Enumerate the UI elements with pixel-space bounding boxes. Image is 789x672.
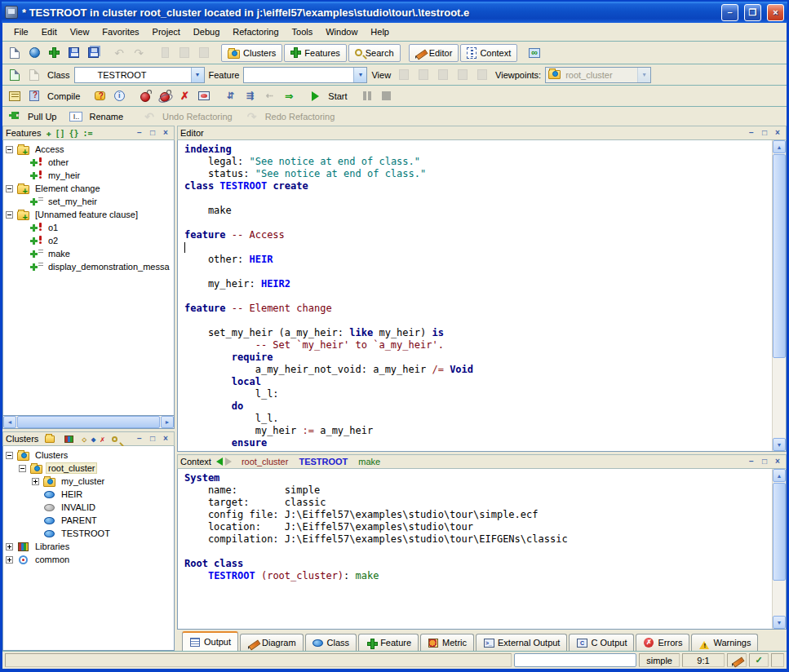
tab-errors[interactable]: ✗Errors	[636, 634, 689, 651]
menu-item-edit[interactable]: Edit	[35, 24, 64, 39]
context-scroll-up-icon[interactable]: ▲	[773, 469, 786, 482]
tree-item-o1[interactable]: o1	[6, 221, 174, 234]
search-tool-button[interactable]: Search	[348, 44, 401, 62]
tab-external-output[interactable]: >_External Output	[476, 634, 567, 651]
rename-icon[interactable]: I..	[67, 108, 85, 126]
context-tool-button[interactable]: Context	[460, 44, 517, 62]
open-icon[interactable]	[25, 44, 43, 62]
status-search-input[interactable]	[514, 653, 636, 667]
editor-body[interactable]: indexing legal: "See notice at end of cl…	[177, 140, 787, 452]
clusters-minimize-icon[interactable]: −	[134, 434, 145, 444]
context-scroll-down-icon[interactable]: ▼	[773, 616, 786, 629]
status-edit-mode-cell[interactable]	[727, 653, 747, 667]
debug-stop-icon[interactable]: ✗	[175, 87, 193, 105]
start-label[interactable]: Start	[326, 91, 349, 101]
tree-item-invalid[interactable]: INVALID	[6, 501, 174, 514]
scroll-right-icon[interactable]: ►	[161, 416, 174, 428]
collapse-icon[interactable]	[6, 452, 13, 459]
features-tool-button[interactable]: Features	[284, 44, 346, 62]
maximize-button[interactable]: ❐	[744, 4, 761, 21]
context-maximize-icon[interactable]: □	[759, 457, 770, 467]
context-close-icon[interactable]: ×	[772, 457, 783, 467]
history-back-icon[interactable]	[6, 66, 24, 84]
features-close-icon[interactable]: ×	[160, 128, 171, 139]
editor-maximize-icon[interactable]: □	[759, 128, 770, 139]
menu-item-window[interactable]: Window	[319, 24, 364, 39]
tree-item-other[interactable]: other	[6, 156, 174, 169]
menu-item-tools[interactable]: Tools	[286, 24, 320, 39]
collapse-icon[interactable]	[6, 146, 13, 153]
step-over-icon[interactable]: ⇶	[241, 87, 259, 105]
tree-item-testroot[interactable]: TESTROOT	[6, 527, 174, 540]
debug-run-params-icon[interactable]	[156, 87, 174, 105]
compile-label[interactable]: Compile	[45, 91, 82, 101]
scroll-left-icon[interactable]: ◄	[3, 416, 16, 428]
compile-icon[interactable]	[25, 87, 43, 105]
tab-c-output[interactable]: CC Output	[569, 634, 634, 651]
editor-vscroll-thumb[interactable]	[773, 154, 786, 358]
features-hscroll-thumb[interactable]	[17, 416, 160, 428]
ignore-breakpoints-icon[interactable]	[195, 87, 213, 105]
class-combobox[interactable]: TESTROOT ▼	[74, 67, 205, 83]
menu-item-file[interactable]: File	[7, 24, 35, 39]
project-settings-icon[interactable]	[6, 87, 24, 105]
remove-icon[interactable]: ✗	[100, 435, 104, 444]
expand-icon[interactable]	[6, 543, 13, 550]
features-minimize-icon[interactable]: −	[134, 128, 145, 139]
editor-minimize-icon[interactable]: −	[746, 128, 757, 139]
step-into-icon[interactable]: ⇵	[221, 87, 239, 105]
tab-metric[interactable]: Metric	[420, 634, 474, 651]
tree-item-heir[interactable]: HEIR	[6, 488, 174, 501]
feature-combobox[interactable]: ▼	[243, 67, 367, 83]
add-icon[interactable]	[45, 44, 63, 62]
rename-label[interactable]: Rename	[86, 112, 126, 122]
new-library-icon[interactable]	[63, 433, 74, 444]
collapse-icon[interactable]	[6, 185, 13, 192]
clusters-tool-button[interactable]: Clusters	[221, 44, 282, 62]
clusters-maximize-icon[interactable]: □	[147, 434, 158, 444]
quick-melt-icon[interactable]	[91, 87, 109, 105]
expand-icon[interactable]	[32, 478, 39, 485]
tab-diagram[interactable]: Diagram	[240, 634, 304, 651]
expand-icon[interactable]	[6, 556, 13, 564]
features-tree[interactable]: Accessothermy_heirElement changeset_my_h…	[2, 140, 175, 416]
menu-item-project[interactable]: Project	[146, 24, 187, 39]
editor-vscrollbar[interactable]: ▲ ▼	[772, 140, 786, 451]
tree-item-my-heir[interactable]: my_heir	[6, 169, 174, 182]
collapse-icon[interactable]	[19, 465, 26, 472]
run-workbench-icon[interactable]: ⇒	[280, 87, 298, 105]
minimize-button[interactable]: –	[721, 4, 738, 21]
new-cluster-icon[interactable]	[43, 433, 55, 444]
tab-warnings[interactable]: Warnings	[691, 634, 758, 651]
show-assigner-icon[interactable]: :=	[83, 129, 93, 138]
start-icon[interactable]	[306, 87, 324, 105]
pull-up-icon[interactable]	[6, 108, 24, 126]
show-alias-icon[interactable]: {}	[69, 129, 79, 138]
tree-item-display-demonstration-messa[interactable]: display_demonstration_messa	[6, 260, 174, 273]
menu-item-help[interactable]: Help	[364, 24, 396, 39]
tree-item-o2[interactable]: o2	[6, 234, 174, 247]
editor-close-icon[interactable]: ×	[772, 128, 783, 139]
collapse-icon[interactable]	[6, 211, 13, 219]
menu-item-favorites[interactable]: Favorites	[95, 24, 145, 39]
link-context-icon[interactable]	[525, 44, 543, 62]
tree-item-access[interactable]: Access	[6, 143, 174, 156]
info-icon[interactable]: i	[110, 87, 128, 105]
editor-tool-button[interactable]: Editor	[409, 44, 459, 62]
new-document-icon[interactable]	[6, 44, 24, 62]
tree-item-set-my-heir[interactable]: set_my_heir	[6, 195, 174, 208]
tree-item-root-cluster[interactable]: root_cluster	[6, 462, 174, 475]
save-all-icon[interactable]	[84, 44, 102, 62]
menu-item-debug[interactable]: Debug	[187, 24, 226, 39]
clusters-close-icon[interactable]: ×	[160, 434, 171, 444]
context-vscroll-thumb[interactable]	[773, 483, 786, 581]
show-signature-icon[interactable]: []	[55, 129, 64, 138]
breadcrumb-root_cluster[interactable]: root_cluster	[242, 457, 288, 466]
save-icon[interactable]	[64, 44, 82, 62]
context-back-icon[interactable]	[216, 458, 223, 466]
tab-feature[interactable]: Feature	[358, 634, 419, 651]
context-body[interactable]: System name: simple target: classic conf…	[177, 469, 787, 630]
tree-item-my-cluster[interactable]: my_cluster	[6, 475, 174, 488]
add-cluster-icon[interactable]: ◆	[91, 435, 95, 444]
features-hscrollbar[interactable]: ◄ ►	[2, 416, 175, 429]
